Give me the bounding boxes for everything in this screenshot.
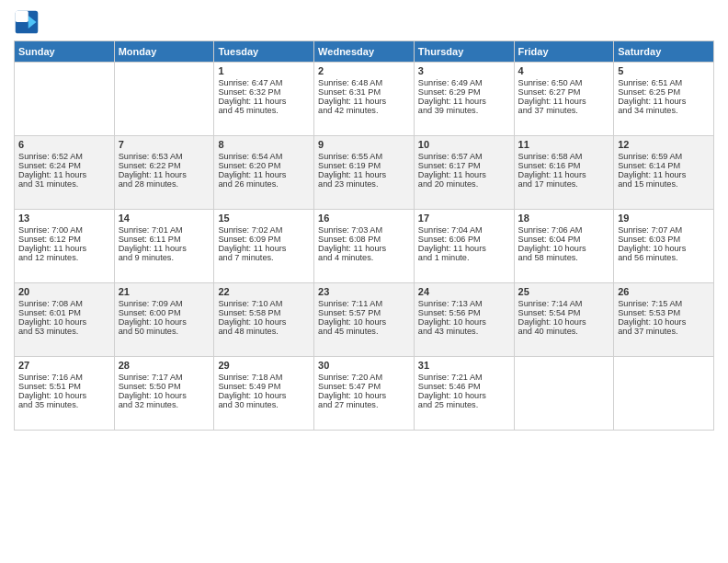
calendar-cell: 17Sunrise: 7:04 AMSunset: 6:06 PMDayligh… — [414, 210, 514, 283]
week-row-2: 13Sunrise: 7:00 AMSunset: 6:12 PMDayligh… — [15, 210, 714, 283]
cell-line: Sunrise: 6:52 AM — [18, 152, 110, 161]
cell-line: Daylight: 10 hours — [618, 317, 710, 327]
calendar-cell: 3Sunrise: 6:49 AMSunset: 6:29 PMDaylight… — [414, 63, 514, 136]
cell-line: and 45 minutes. — [318, 327, 410, 336]
calendar-cell: 21Sunrise: 7:09 AMSunset: 6:00 PMDayligh… — [114, 283, 214, 357]
header-sunday: Sunday — [15, 41, 115, 63]
cell-line: Sunset: 6:27 PM — [518, 87, 610, 97]
week-row-0: 1Sunrise: 6:47 AMSunset: 6:32 PMDaylight… — [15, 63, 714, 136]
cell-line: and 56 minutes. — [618, 253, 710, 262]
calendar-cell: 9Sunrise: 6:55 AMSunset: 6:19 PMDaylight… — [314, 136, 415, 210]
day-number: 15 — [218, 213, 310, 224]
calendar-cell: 15Sunrise: 7:02 AMSunset: 6:09 PMDayligh… — [214, 210, 314, 283]
cell-line: Daylight: 11 hours — [318, 97, 410, 106]
cell-line: Sunset: 6:11 PM — [119, 235, 210, 244]
cell-line: Sunset: 6:32 PM — [218, 87, 310, 97]
cell-line: Sunset: 6:12 PM — [18, 235, 110, 244]
cell-line: and 40 minutes. — [518, 327, 610, 336]
day-number: 9 — [318, 139, 410, 150]
cell-line: Sunrise: 7:21 AM — [418, 373, 510, 382]
calendar-cell — [514, 357, 614, 431]
cell-line: Sunrise: 7:18 AM — [218, 373, 310, 382]
cell-line: Sunset: 5:56 PM — [418, 308, 510, 317]
day-number: 29 — [218, 360, 310, 371]
cell-line: Sunset: 5:46 PM — [418, 382, 510, 391]
calendar-cell: 5Sunrise: 6:51 AMSunset: 6:25 PMDaylight… — [614, 63, 714, 136]
day-number: 20 — [18, 286, 110, 297]
cell-line: and 12 minutes. — [18, 253, 110, 262]
calendar-cell: 13Sunrise: 7:00 AMSunset: 6:12 PMDayligh… — [15, 210, 115, 283]
day-number: 31 — [418, 360, 510, 371]
day-number: 5 — [618, 65, 710, 76]
calendar-cell: 4Sunrise: 6:50 AMSunset: 6:27 PMDaylight… — [514, 63, 614, 136]
calendar-cell: 11Sunrise: 6:58 AMSunset: 6:16 PMDayligh… — [514, 136, 614, 210]
day-number: 6 — [18, 139, 110, 150]
cell-line: Sunset: 5:49 PM — [218, 382, 310, 391]
cell-line: and 23 minutes. — [318, 179, 410, 189]
header-row-days: SundayMondayTuesdayWednesdayThursdayFrid… — [15, 41, 714, 63]
cell-line: Daylight: 11 hours — [218, 170, 310, 179]
cell-line: Daylight: 10 hours — [318, 317, 410, 327]
cell-line: Daylight: 11 hours — [318, 170, 410, 179]
cell-line: Daylight: 11 hours — [218, 97, 310, 106]
cell-line: Sunset: 6:16 PM — [518, 161, 610, 170]
calendar-cell: 12Sunrise: 6:59 AMSunset: 6:14 PMDayligh… — [614, 136, 714, 210]
logo-icon — [14, 9, 40, 35]
cell-line: Daylight: 10 hours — [119, 391, 210, 400]
cell-line: and 35 minutes. — [18, 400, 110, 409]
week-row-3: 20Sunrise: 7:08 AMSunset: 6:01 PMDayligh… — [15, 283, 714, 357]
cell-line: Daylight: 10 hours — [618, 244, 710, 253]
cell-line: Daylight: 10 hours — [418, 391, 510, 400]
calendar-cell: 26Sunrise: 7:15 AMSunset: 5:53 PMDayligh… — [614, 283, 714, 357]
cell-line: and 32 minutes. — [119, 400, 210, 409]
cell-line: Daylight: 10 hours — [18, 391, 110, 400]
cell-line: Sunrise: 7:03 AM — [318, 225, 410, 235]
day-number: 10 — [418, 139, 510, 150]
calendar-cell — [614, 357, 714, 431]
cell-line: and 42 minutes. — [318, 106, 410, 115]
cell-line: and 39 minutes. — [418, 106, 510, 115]
cell-line: Sunrise: 6:55 AM — [318, 152, 410, 161]
cell-line: Sunrise: 7:04 AM — [418, 225, 510, 235]
cell-line: Sunrise: 6:47 AM — [218, 78, 310, 87]
calendar-cell: 10Sunrise: 6:57 AMSunset: 6:17 PMDayligh… — [414, 136, 514, 210]
cell-line: and 37 minutes. — [618, 327, 710, 336]
cell-line: Daylight: 10 hours — [318, 391, 410, 400]
cell-line: and 45 minutes. — [218, 106, 310, 115]
cell-line: Sunrise: 6:58 AM — [518, 152, 610, 161]
cell-line: Daylight: 10 hours — [18, 317, 110, 327]
calendar-cell: 18Sunrise: 7:06 AMSunset: 6:04 PMDayligh… — [514, 210, 614, 283]
cell-line: Daylight: 11 hours — [218, 244, 310, 253]
cell-line: Sunrise: 6:50 AM — [518, 78, 610, 87]
cell-line: and 37 minutes. — [518, 106, 610, 115]
day-number: 16 — [318, 213, 410, 224]
cell-line: Sunset: 5:50 PM — [119, 382, 210, 391]
calendar-cell: 25Sunrise: 7:14 AMSunset: 5:54 PMDayligh… — [514, 283, 614, 357]
cell-line: Sunrise: 6:54 AM — [218, 152, 310, 161]
cell-line: Daylight: 11 hours — [18, 170, 110, 179]
day-number: 17 — [418, 213, 510, 224]
cell-line: and 58 minutes. — [518, 253, 610, 262]
cell-line: Sunset: 6:31 PM — [318, 87, 410, 97]
cell-line: Sunset: 5:51 PM — [18, 382, 110, 391]
cell-line: Sunrise: 7:06 AM — [518, 225, 610, 235]
day-number: 4 — [518, 65, 610, 76]
cell-line: Sunrise: 6:59 AM — [618, 152, 710, 161]
day-number: 19 — [618, 213, 710, 224]
header-saturday: Saturday — [614, 41, 714, 63]
cell-line: and 31 minutes. — [18, 179, 110, 189]
cell-line: Sunrise: 6:53 AM — [119, 152, 210, 161]
day-number: 1 — [218, 65, 310, 76]
calendar-cell: 22Sunrise: 7:10 AMSunset: 5:58 PMDayligh… — [214, 283, 314, 357]
cell-line: Sunrise: 7:07 AM — [618, 225, 710, 235]
calendar-cell: 23Sunrise: 7:11 AMSunset: 5:57 PMDayligh… — [314, 283, 415, 357]
cell-line: Daylight: 11 hours — [518, 97, 610, 106]
cell-line: Sunset: 5:54 PM — [518, 308, 610, 317]
cell-line: Sunset: 6:22 PM — [119, 161, 210, 170]
day-number: 25 — [518, 286, 610, 297]
cell-line: Sunrise: 7:20 AM — [318, 373, 410, 382]
cell-line: and 17 minutes. — [518, 179, 610, 189]
cell-line: Sunset: 5:47 PM — [318, 382, 410, 391]
cell-line: Daylight: 11 hours — [318, 244, 410, 253]
calendar-cell: 16Sunrise: 7:03 AMSunset: 6:08 PMDayligh… — [314, 210, 415, 283]
